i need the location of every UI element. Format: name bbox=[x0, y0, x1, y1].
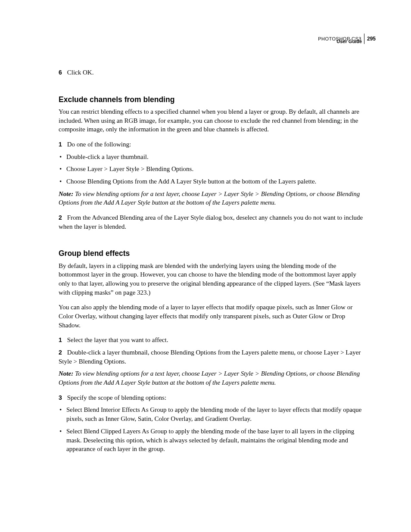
step-text: Do one of the following: bbox=[67, 141, 131, 148]
note-text: To view blending options for a text laye… bbox=[59, 370, 360, 386]
step-number: 3 bbox=[59, 394, 65, 402]
bullet-item: Select Blend Interior Effects As Group t… bbox=[59, 405, 364, 423]
bullet-item: Choose Blending Options from the Add A L… bbox=[59, 177, 364, 186]
step-a2: 2 From the Advanced Blending area of the… bbox=[59, 213, 364, 231]
step-6: 6 Click OK. bbox=[59, 68, 364, 77]
step-text: From the Advanced Blending area of the L… bbox=[59, 214, 363, 230]
step-text: Specify the scope of blending options: bbox=[67, 394, 166, 401]
step-text: Click OK. bbox=[67, 69, 94, 76]
heading-group-blend: Group blend effects bbox=[59, 248, 364, 258]
note-paragraph: Note: To view blending options for a tex… bbox=[59, 190, 364, 207]
step-number: 1 bbox=[59, 140, 65, 149]
bullet-item: Double-click a layer thumbnail. bbox=[59, 152, 364, 162]
intro-paragraph: You can restrict blending effects to a s… bbox=[59, 107, 364, 134]
paragraph: By default, layers in a clipping mask ar… bbox=[59, 261, 364, 297]
step-number: 2 bbox=[59, 214, 65, 222]
step-text: Select the layer that you want to affect… bbox=[67, 336, 168, 343]
step-b3: 3 Specify the scope of blending options: bbox=[59, 393, 364, 402]
header-divider bbox=[364, 34, 364, 44]
page-content: 6 Click OK. Exclude channels from blendi… bbox=[59, 68, 364, 454]
page-header: PHOTOSHOP CS3 295 User Guide bbox=[318, 34, 376, 44]
note-text: To view blending options for a text laye… bbox=[59, 190, 360, 206]
heading-exclude-channels: Exclude channels from blending bbox=[59, 94, 364, 105]
step-b2: 2 Double-click a layer thumbnail, choose… bbox=[59, 348, 364, 366]
step-b1: 1 Select the layer that you want to affe… bbox=[59, 336, 364, 345]
bullet-item: Select Blend Clipped Layers As Group to … bbox=[59, 427, 364, 454]
paragraph: You can also apply the blending mode of … bbox=[59, 303, 364, 330]
step-number: 1 bbox=[59, 336, 65, 344]
step-a1: 1 Do one of the following: bbox=[59, 140, 364, 149]
page-number: 295 bbox=[367, 36, 376, 42]
note-paragraph: Note: To view blending options for a tex… bbox=[59, 369, 364, 387]
step-number: 6 bbox=[59, 68, 65, 77]
note-label: Note: bbox=[59, 190, 73, 197]
step-text: Double-click a layer thumbnail, choose B… bbox=[59, 349, 361, 365]
bullet-item: Choose Layer > Layer Style > Blending Op… bbox=[59, 165, 364, 174]
step-number: 2 bbox=[59, 348, 65, 357]
note-label: Note: bbox=[59, 370, 73, 377]
